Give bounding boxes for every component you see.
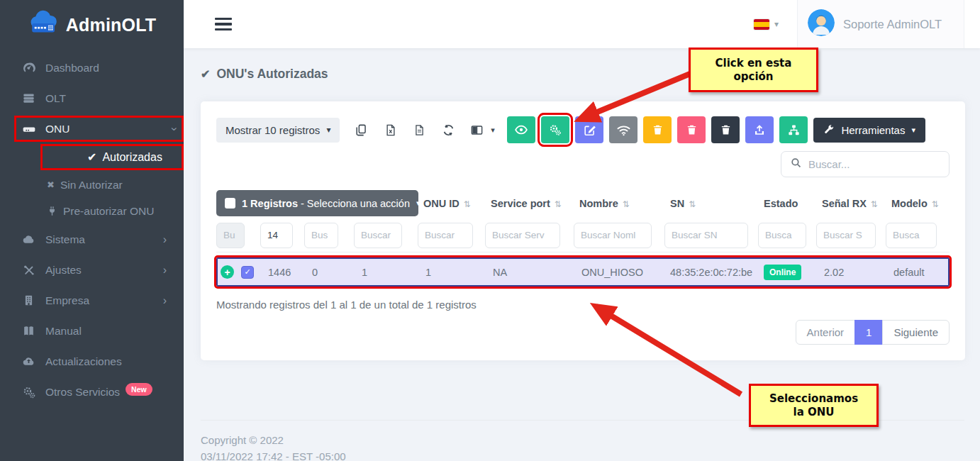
avatar	[808, 9, 835, 39]
configure-onu-button[interactable]	[541, 116, 569, 143]
datetime-text: 03/11/2022 17:42 - EST -05:00	[201, 448, 964, 461]
app-logo[interactable]: AdminOLT	[0, 0, 184, 50]
pagination-next[interactable]: Siguiente	[882, 320, 950, 345]
sidebar-item-ajustes[interactable]: Ajustes ›	[0, 255, 184, 285]
view-button[interactable]	[507, 116, 535, 143]
column-header-sn[interactable]: SN⇅	[664, 198, 758, 209]
cell-onu-id: 1	[419, 267, 486, 278]
tools-dropdown[interactable]: Herramientas ▾	[813, 118, 925, 143]
sidebar-item-olt[interactable]: OLT	[0, 83, 184, 113]
edit-button[interactable]	[575, 116, 603, 143]
tools-icon	[21, 264, 36, 277]
status-badge: Online	[764, 265, 801, 280]
filter-input[interactable]	[260, 223, 293, 248]
filter-input[interactable]	[418, 223, 473, 248]
table-toolbar: Mostrar 10 registros ▾ ▾	[216, 116, 950, 143]
caret-down-icon: ▾	[491, 126, 495, 135]
caret-down-icon: ▾	[326, 125, 330, 135]
copy-button[interactable]	[347, 117, 376, 143]
expand-row-icon[interactable]: +	[221, 265, 234, 279]
sidebar-item-label: Ajustes	[45, 264, 82, 277]
table-filter-row	[216, 218, 950, 252]
sidebar: AdminOLT Dashboard OLT ONU › ✔ Autorizad…	[0, 0, 184, 461]
search-input[interactable]	[808, 158, 950, 170]
spain-flag-icon	[754, 19, 769, 30]
pagination-prev[interactable]: Anterior	[796, 320, 856, 345]
sidebar-item-manual[interactable]: Manual	[0, 316, 184, 346]
sidebar-item-label: Otros Servicios	[45, 386, 120, 399]
caret-down-icon: ▾	[416, 199, 421, 208]
column-header-service-port[interactable]: Service port⇅	[485, 198, 574, 209]
pagination: Anterior 1 Siguiente	[216, 320, 950, 345]
caret-down-icon: ▾	[774, 19, 779, 29]
sort-icon: ⇅	[623, 199, 630, 209]
cloud-upload-icon	[21, 355, 36, 368]
table-info-text: Mostrando registros del 1 al 1 de un tot…	[216, 299, 950, 311]
show-entries-dropdown[interactable]: Mostrar 10 registros ▾	[216, 118, 340, 143]
filter-input[interactable]	[304, 223, 338, 248]
sidebar-item-label: Empresa	[45, 294, 89, 307]
sidebar-item-label: Dashboard	[45, 62, 99, 74]
cloud-icon	[21, 233, 36, 246]
export-excel-button[interactable]	[376, 117, 405, 143]
gears-icon	[21, 385, 36, 399]
sidebar-item-label: OLT	[45, 92, 66, 105]
sidebar-item-sistema[interactable]: Sistema ›	[0, 224, 184, 255]
search-container	[781, 151, 950, 177]
cell-nombre: ONU_HIOSO	[575, 267, 666, 278]
book-icon	[21, 324, 36, 338]
sort-icon: ⇅	[464, 199, 471, 209]
filter-input[interactable]	[758, 223, 806, 248]
sort-icon: ⇅	[689, 199, 696, 209]
upload-button[interactable]	[745, 116, 774, 143]
delete-warning-button[interactable]	[643, 116, 672, 143]
sidebar-item-sin-autorizar[interactable]: ✖ Sin Autorizar	[0, 172, 184, 198]
column-header-estado[interactable]: Estado	[758, 198, 816, 209]
select-all-checkbox[interactable]	[225, 198, 235, 209]
language-dropdown[interactable]: ▾	[754, 19, 779, 30]
column-header-onu-id[interactable]: ONU ID⇅	[418, 198, 485, 209]
filter-input[interactable]	[216, 223, 245, 248]
export-file-button[interactable]	[405, 117, 434, 143]
sidebar-item-actualizaciones[interactable]: Actualizaciones	[0, 346, 184, 377]
menu-toggle-button[interactable]	[215, 18, 232, 31]
user-menu[interactable]: Soporte AdminOLT	[797, 0, 964, 48]
filter-input[interactable]	[816, 223, 876, 248]
table-row-selected[interactable]: + ✓ 1446 0 1 1 NA ONU_HIOSO 48:35:2e:0c:…	[216, 257, 950, 287]
sort-icon: ⇅	[932, 199, 939, 209]
check-icon: ✔	[201, 67, 210, 81]
annotation-click-option: Click en estaopción	[689, 48, 818, 92]
bulk-action-dropdown[interactable]: 1 Registros - Selecciona una acción ▾	[216, 190, 418, 216]
column-header-modelo[interactable]: Modelo⇅	[886, 198, 950, 209]
onu-table-card: Mostrar 10 registros ▾ ▾	[201, 101, 965, 360]
column-header-senal-rx[interactable]: Señal RX⇅	[816, 198, 886, 209]
row-checkbox-checked[interactable]: ✓	[241, 266, 254, 279]
sidebar-item-empresa[interactable]: Empresa ›	[0, 285, 184, 316]
chevron-right-icon: ›	[163, 233, 167, 246]
column-header-nombre[interactable]: Nombre⇅	[574, 198, 664, 209]
column-visibility-dropdown[interactable]: ▾	[463, 117, 501, 143]
sidebar-item-pre-autorizar[interactable]: Pre-autorizar ONU	[0, 198, 184, 224]
page-title: ✔ ONU's Autorizadas	[201, 67, 980, 82]
topbar: ▾ Soporte AdminOLT	[184, 0, 980, 48]
network-topology-button[interactable]	[779, 116, 808, 143]
delete-danger-button[interactable]	[677, 116, 706, 143]
filter-input[interactable]	[886, 223, 937, 248]
copyright-text: Copyright © 2022	[201, 432, 964, 448]
pagination-page-1[interactable]: 1	[854, 320, 883, 345]
sidebar-item-dashboard[interactable]: Dashboard	[0, 52, 184, 83]
cell-modelo: default	[887, 267, 951, 278]
refresh-button[interactable]	[434, 117, 463, 143]
filter-input[interactable]	[574, 223, 652, 248]
sidebar-item-autorizadas[interactable]: ✔ Autorizadas	[40, 144, 184, 170]
annotation-select-onu: Seleccionamosla ONU	[749, 384, 879, 427]
filter-input[interactable]	[354, 223, 402, 248]
wifi-button[interactable]	[609, 116, 637, 143]
building-icon	[21, 294, 36, 307]
delete-dark-button[interactable]	[711, 116, 740, 143]
sidebar-item-label: Autorizadas	[102, 151, 162, 164]
sidebar-item-otros-servicios[interactable]: Otros Servicios New	[0, 377, 184, 407]
sidebar-item-onu[interactable]: ONU ›	[14, 116, 184, 142]
filter-input[interactable]	[664, 223, 748, 248]
filter-input[interactable]	[485, 223, 560, 248]
